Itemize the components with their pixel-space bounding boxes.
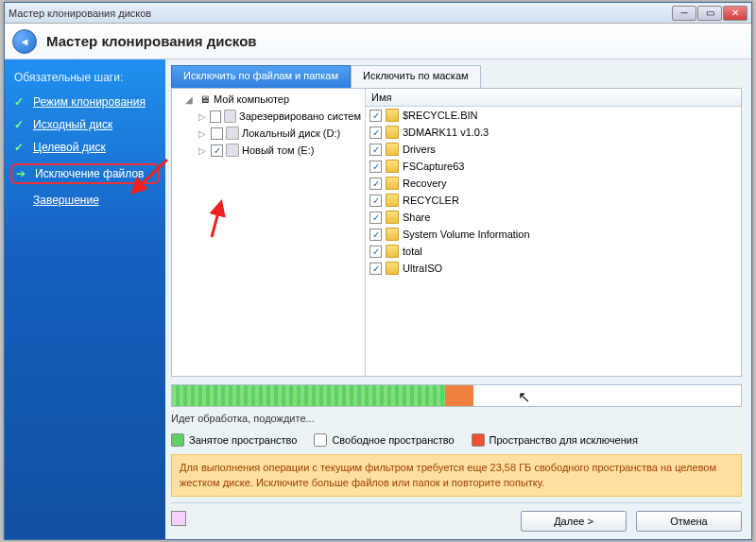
checkbox[interactable] [369,195,382,207]
folder-icon [386,211,399,224]
next-button[interactable]: Далее > [521,511,627,532]
close-button[interactable]: ✕ [723,6,747,21]
maximize-button[interactable]: ▭ [697,6,722,21]
checkbox[interactable] [210,110,221,123]
checkbox[interactable] [369,110,382,122]
check-icon: ✓ [14,95,27,109]
list-item[interactable]: UltraISO [366,260,741,277]
back-button[interactable]: ◄ [12,29,37,54]
checkbox[interactable] [369,178,382,190]
legend-excluded: Пространство для исключения [472,433,638,447]
step-target-disk[interactable]: ✓ Целевой диск [14,141,156,154]
expand-icon[interactable]: ▷ [198,145,208,156]
wizard-window: Мастер клонирования дисков ─ ▭ ✕ ◄ Масте… [4,2,752,540]
checkbox[interactable] [211,127,223,140]
step-exclude-files[interactable]: ➔ Исключение файлов [10,163,160,184]
check-icon: ✓ [14,118,27,131]
drive-icon [226,127,239,140]
page-title: Мастер клонирования дисков [46,33,257,49]
window-title: Мастер клонирования дисков [9,8,672,19]
drive-icon [224,110,236,123]
minimize-button[interactable]: ─ [672,6,696,21]
progress-bar [171,384,742,407]
step-clone-mode[interactable]: ✓ Режим клонирования [14,95,156,109]
drive-icon [226,144,239,157]
checkbox[interactable] [369,144,382,156]
tree-item-reserved[interactable]: ▷ Зарезервировано систем [174,108,363,125]
list-item[interactable]: $RECYCLE.BIN [366,107,741,124]
warning-message: Для выполнения операции с текущим фильтр… [171,454,742,497]
folder-icon [386,177,399,190]
checkbox[interactable] [369,161,382,173]
folder-icon [386,228,399,241]
list-item[interactable]: Share [366,209,741,226]
expand-icon[interactable]: ▷ [198,111,207,122]
list-panel: Имя $RECYCLE.BIN 3DMARK11 v1.0.3 Drivers… [366,89,741,376]
checkbox[interactable] [369,246,382,258]
tree-item-new-volume-e[interactable]: ▷ Новый том (E:) [174,142,363,159]
swatch-icon [314,433,327,447]
cancel-button[interactable]: Отмена [636,511,742,532]
tab-by-masks[interactable]: Исключить по маскам [351,65,481,88]
step-finish[interactable]: Завершение [14,194,156,207]
check-icon: ✓ [14,141,27,154]
folder-icon [386,245,399,258]
tree-panel[interactable]: ◢ Мой компьютер ▷ Зарезервировано систем… [172,89,366,376]
titlebar[interactable]: Мастер клонирования дисков ─ ▭ ✕ [5,3,751,24]
legend-used: Занятое пространство [171,433,297,447]
arrow-right-icon: ➔ [16,167,29,180]
swatch-icon [171,433,184,447]
swatch-icon [472,433,485,447]
collapse-icon[interactable]: ◢ [185,94,195,105]
tree-item-local-d[interactable]: ▷ Локальный диск (D:) [174,125,363,142]
checkbox[interactable] [369,263,382,275]
list-item[interactable]: RECYCLER [366,192,741,209]
tree-root[interactable]: ◢ Мой компьютер [174,91,363,108]
list-item[interactable]: 3DMARK11 v1.0.3 [366,124,741,141]
folder-icon [386,262,399,275]
checkbox[interactable] [369,229,382,241]
folder-icon [386,194,399,207]
list-item[interactable]: Recovery [366,175,741,192]
list-body[interactable]: $RECYCLE.BIN 3DMARK11 v1.0.3 Drivers FSC… [366,107,741,376]
progress-excluded [445,385,473,406]
footer: Далее > Отмена [171,502,742,532]
legend-free: Свободное пространство [314,433,454,447]
expand-icon[interactable]: ▷ [198,128,208,139]
computer-icon [198,93,211,106]
folder-icon [386,126,399,139]
main-content: Исключить по файлам и папкам Исключить п… [165,59,751,539]
checkbox[interactable] [211,144,223,157]
folder-icon [386,109,399,122]
list-item[interactable]: FSCapture63 [366,158,741,175]
step-source-disk[interactable]: ✓ Исходный диск [14,118,156,131]
list-item[interactable]: total [366,243,741,260]
tab-by-files[interactable]: Исключить по файлам и папкам [171,65,351,88]
progress-section: Идет обработка, подождите... [171,384,742,424]
progress-used [172,385,445,406]
list-item[interactable]: System Volume Information [366,226,741,243]
list-item[interactable]: Drivers [366,141,741,158]
checkbox[interactable] [369,212,382,224]
checkbox[interactable] [369,127,382,139]
folder-icon [386,160,399,173]
arrow-left-icon: ◄ [20,36,30,47]
legend: Занятое пространство Свободное пространс… [171,433,742,447]
sidebar: Обязательные шаги: ✓ Режим клонирования … [5,59,165,539]
processing-text: Идет обработка, подождите... [171,413,742,424]
list-header-name[interactable]: Имя [366,89,741,107]
folder-icon [386,143,399,156]
sidebar-heading: Обязательные шаги: [14,71,156,84]
header-bar: ◄ Мастер клонирования дисков [5,24,751,59]
